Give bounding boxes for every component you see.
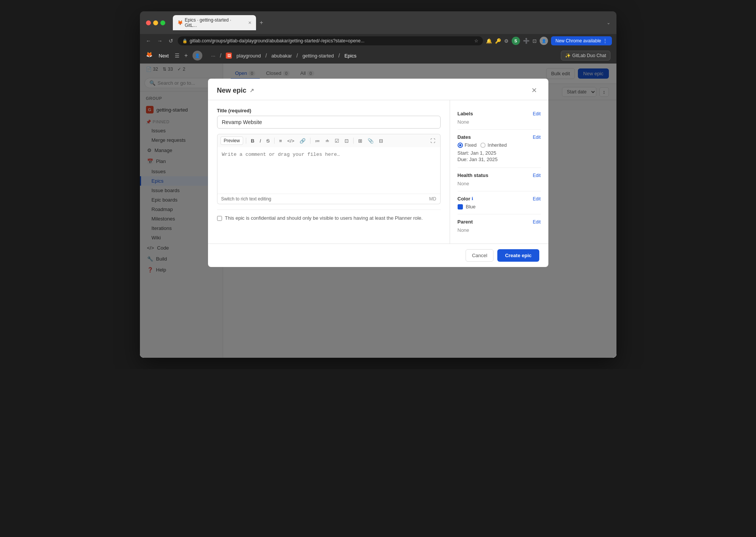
google-account-icon[interactable]: S: [512, 37, 520, 45]
breadcrumb-playground[interactable]: playground: [236, 53, 261, 59]
breadcrumb-sep-3: /: [297, 53, 298, 59]
header-right: ✨ GitLab Duo Chat: [561, 51, 610, 61]
color-edit-button[interactable]: Edit: [533, 196, 541, 202]
inherited-radio[interactable]: [480, 143, 486, 148]
breadcrumb-getting-started[interactable]: getting-started: [303, 53, 334, 59]
sidebar-toggle-icon[interactable]: ☰: [175, 53, 180, 59]
md-toolbar: Preview B I S ≡ </> 🔗: [217, 134, 441, 147]
ext-icon-4[interactable]: ➕: [523, 38, 529, 44]
health-edit-button[interactable]: Edit: [533, 173, 541, 178]
toolbar-divider-2: [274, 138, 275, 144]
switch-editing-button[interactable]: Switch to rich text editing: [221, 196, 272, 202]
modal-left: Title (required) Preview B I S: [208, 100, 450, 244]
minimize-window-button[interactable]: [153, 20, 158, 25]
fixed-date-option[interactable]: Fixed: [458, 142, 477, 148]
bookmark-icon[interactable]: ☆: [474, 38, 478, 43]
labels-title: Labels: [458, 111, 473, 116]
address-bar[interactable]: 🔒 gitlab.com/groups/gitlab-da/playground…: [178, 36, 483, 45]
health-title: Health status: [458, 172, 489, 178]
md-link-button[interactable]: 🔗: [298, 137, 307, 145]
modal-title: New epic ↗: [217, 87, 254, 95]
tab-bar: 🦊 Epics · getting-started · GitL... ✕ +: [173, 15, 603, 30]
color-title: Color: [458, 196, 470, 202]
ext-icon-1[interactable]: 🔔: [486, 38, 492, 44]
back-button[interactable]: ←: [144, 37, 153, 45]
duo-chat-icon: ✨: [565, 53, 571, 58]
color-swatch: [458, 204, 463, 210]
breadcrumb-sep-4: /: [338, 53, 340, 59]
md-italic-button[interactable]: I: [258, 137, 263, 145]
confidential-checkbox[interactable]: [217, 216, 222, 221]
cancel-button[interactable]: Cancel: [466, 249, 494, 262]
title-input[interactable]: [217, 116, 441, 129]
address-bar-icons: ☆: [474, 38, 478, 43]
toolbar-divider-4: [353, 138, 354, 144]
browser-titlebar: 🦊 Epics · getting-started · GitL... ✕ + …: [140, 11, 616, 34]
modal-right: Labels Edit None Dates Edit: [450, 100, 548, 244]
add-icon[interactable]: +: [184, 52, 188, 59]
labels-section: Labels Edit None: [458, 106, 541, 130]
md-collapse-button[interactable]: ⊟: [377, 137, 385, 145]
profile-icon[interactable]: 👤: [540, 37, 548, 45]
new-epic-modal: New epic ↗ ✕ Title (required): [208, 79, 548, 267]
md-table-button[interactable]: ⊞: [356, 137, 364, 145]
dates-edit-button[interactable]: Edit: [533, 135, 541, 140]
breadcrumb-sep-2: /: [265, 53, 267, 59]
md-fullscreen-button[interactable]: ⛶: [428, 137, 437, 145]
ext-icon-2[interactable]: 🔑: [495, 38, 501, 44]
chrome-update-more-icon: ⋮: [603, 38, 607, 43]
reload-button[interactable]: ↺: [167, 37, 175, 45]
ext-icon-3[interactable]: ⚙: [504, 38, 509, 44]
md-preview-button[interactable]: Preview: [220, 137, 244, 145]
inherited-date-option[interactable]: Inherited: [480, 142, 507, 148]
user-avatar[interactable]: 👤: [192, 51, 202, 61]
parent-edit-button[interactable]: Edit: [533, 219, 541, 225]
new-tab-button[interactable]: +: [258, 19, 265, 27]
main-content: Open 0 Closed 0 All 0 Bulk edit: [223, 64, 616, 358]
labels-header: Labels Edit: [458, 111, 541, 116]
tab-title: Epics · getting-started · GitL...: [185, 17, 244, 28]
dates-title: Dates: [458, 134, 471, 140]
md-checklist-button[interactable]: ☑: [333, 137, 341, 145]
md-strikethrough-button[interactable]: S: [264, 137, 272, 145]
md-indent-button[interactable]: ⊡: [343, 137, 351, 145]
traffic-lights: [146, 20, 165, 25]
modal-header: New epic ↗ ✕: [208, 79, 548, 100]
md-heading-button[interactable]: ≡: [277, 137, 284, 145]
breadcrumb-abubakar[interactable]: abubakar: [272, 53, 292, 59]
app-header: 🦊 Next ☰ + 👤 ··· / 🖼 playground / abubak…: [140, 48, 616, 64]
create-epic-button[interactable]: Create epic: [497, 249, 539, 262]
modal-overlay: New epic ↗ ✕ Title (required): [140, 64, 616, 358]
ext-icon-5[interactable]: ⊡: [532, 38, 537, 44]
forward-button[interactable]: →: [156, 37, 164, 45]
tab-close-button[interactable]: ✕: [248, 20, 251, 25]
fixed-radio[interactable]: [458, 143, 463, 148]
gitlab-logo: 🦊: [146, 51, 154, 60]
fullscreen-window-button[interactable]: [160, 20, 165, 25]
active-tab[interactable]: 🦊 Epics · getting-started · GitL... ✕: [173, 15, 256, 30]
app-name: Next: [159, 53, 169, 59]
chrome-update-button[interactable]: New Chrome available ⋮: [551, 36, 612, 45]
parent-title: Parent: [458, 219, 473, 225]
md-bold-button[interactable]: B: [249, 137, 256, 145]
breadcrumb-epics: Epics: [345, 53, 357, 59]
color-section: Color ℹ Edit Blue: [458, 191, 541, 214]
labels-edit-button[interactable]: Edit: [533, 111, 541, 116]
tab-favicon: 🦊: [177, 20, 183, 25]
md-textarea[interactable]: [217, 147, 440, 192]
color-info-icon[interactable]: ℹ: [472, 196, 473, 201]
md-code-button[interactable]: </>: [285, 137, 296, 145]
modal-expand-icon[interactable]: ↗: [250, 87, 254, 93]
breadcrumb-dots[interactable]: ···: [211, 53, 216, 59]
close-window-button[interactable]: [146, 20, 151, 25]
modal-close-button[interactable]: ✕: [529, 85, 539, 95]
parent-section: Parent Edit None: [458, 214, 541, 237]
duo-chat-button[interactable]: ✨ GitLab Duo Chat: [561, 51, 610, 61]
md-bullet-list-button[interactable]: ≔: [313, 137, 322, 145]
md-ordered-list-button[interactable]: ≐: [323, 137, 331, 145]
health-section: Health status Edit None: [458, 168, 541, 191]
md-attach-button[interactable]: 📎: [366, 137, 376, 145]
color-value-row: Blue: [458, 204, 541, 210]
labels-value: None: [458, 119, 469, 125]
confidential-label: This epic is confidential and should onl…: [225, 215, 423, 221]
